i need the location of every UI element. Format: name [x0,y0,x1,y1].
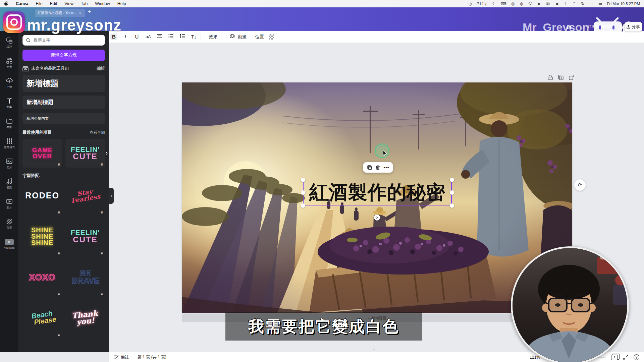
line-spacing-button[interactable] [179,34,186,40]
style-shine[interactable]: SHINE SHINE SHINE ♛ [22,223,62,250]
style-thumb-feelin-cute[interactable]: FEELIN'CUTE ♛ [65,139,105,168]
battery-icon[interactable]: ▭ [598,1,602,6]
resize-handle-nw[interactable] [301,178,305,182]
transparency-button[interactable] [269,34,274,40]
circle-app-icon[interactable]: ◍ [520,1,524,6]
insights-icon[interactable] [567,25,571,29]
menu-edit[interactable]: Edit [50,1,57,6]
duplicate-icon[interactable] [367,165,372,170]
apple-menu-icon[interactable] [4,1,8,7]
menu-window[interactable]: Window [95,1,110,6]
bold-button[interactable]: B [110,34,117,40]
resize-handle-sw[interactable] [301,203,305,208]
add-subheading-card[interactable]: 新增副標題 [22,96,105,109]
sidebar-item-apps[interactable]: 應用程式 [0,134,18,153]
sidebar-item-projects[interactable]: 專案 [0,114,18,133]
sidebar-item-videos[interactable]: 影片 [0,194,18,213]
animate-button[interactable]: 動畫 [238,34,247,40]
tab-close-icon[interactable]: × [79,11,81,15]
menu-tab[interactable]: Tab [81,1,88,6]
list-button[interactable] [168,34,174,40]
wifi-icon[interactable]: ⌃ [572,1,576,6]
position-button[interactable]: 位置 [255,34,264,40]
vertical-text-button[interactable]: T↓ [191,34,197,40]
photos-icon [6,158,13,165]
style-feelin-cute-2[interactable]: FEELIN'CUTE ♛ [65,223,105,250]
c-app-icon[interactable]: Ⓒ [529,1,533,6]
sidebar-item-audio[interactable]: 音訊 [0,174,18,193]
delete-icon[interactable] [375,165,380,170]
add-heading-card[interactable]: 新增標題 [22,75,105,92]
menubar-clock[interactable]: Fri Mar 10 5:27 PM [607,2,640,6]
style-thumb-game-over[interactable]: GAME OVER ♛ [22,139,62,168]
sidebar-item-youtube[interactable]: YouTube [0,235,18,253]
style-be-brave[interactable]: BE BRAVE ♛ [65,264,105,291]
add-page-icon[interactable] [569,74,575,80]
italic-button[interactable]: I [122,34,129,40]
style-stay-fearless[interactable]: Stay Fearless ♛ [65,182,105,209]
resize-handle-w[interactable] [301,190,305,195]
search-input[interactable] [33,38,102,43]
sidebar-item-photos[interactable]: 照片 [0,154,18,173]
bluetooth-icon[interactable]: ᛒ [564,2,568,6]
play-icon[interactable]: ▶ [537,1,541,6]
rotate-page-button[interactable]: ⟳ [574,179,586,191]
style-beach-please[interactable]: BeachPlease ♛ [22,305,62,331]
sidebar-item-elements[interactable]: 元素 [0,54,18,72]
sidebar-item-design[interactable]: 設計 [0,34,18,52]
spotlight-icon[interactable]: ◌ [590,2,594,6]
search-box[interactable] [22,35,105,46]
sidebar-item-background[interactable]: 背景 [0,215,18,233]
volume-icon[interactable]: ◀ [555,1,559,6]
help-button[interactable]: ? [634,354,639,360]
style-sparkle[interactable]: Sparkle [22,346,62,352]
see-all-link[interactable]: 查看全部 [90,130,105,135]
word-count-status[interactable]: 714字 [477,1,487,6]
style-thank-you[interactable]: Thank you! [65,305,105,331]
underline-button[interactable]: U [133,34,140,40]
duplicate-page-icon[interactable] [558,74,564,80]
canvas-text[interactable]: 紅酒製作的秘密 [304,180,451,205]
resize-handle-ne[interactable] [450,178,454,182]
add-bodytext-card[interactable]: 新增少量內文 [22,113,105,124]
pro-crown-icon: ♛ [57,292,60,296]
menu-view[interactable]: View [64,1,73,6]
selected-text-element[interactable]: 紅酒製作的秘密 [303,180,452,205]
page-indicator[interactable]: 第 1 頁 (共 1 頁) [138,354,166,360]
brand-kit-edit-link[interactable]: 編輯 [97,66,105,71]
brand-kit-row[interactable]: 未命名的品牌工具組 編輯 [22,66,105,71]
text-icon [6,98,13,104]
instagram-logo [3,11,25,33]
panel-collapse-button[interactable]: ‹ [109,188,114,204]
grid-view-button[interactable]: 1 [611,355,618,360]
more-options-icon[interactable]: ••• [384,165,389,170]
carousel-next-button[interactable]: › [106,149,108,157]
resize-handle-se[interactable] [450,203,454,208]
moon-icon[interactable]: ☾ [492,1,496,6]
sidebar-item-text[interactable]: 文字 [0,94,18,113]
shottr-icon[interactable]: Ⓢ [546,1,550,6]
sidebar-item-uploads[interactable]: 上傳 [0,74,18,93]
sync-icon[interactable]: ↻ [581,1,585,6]
apps-grid-icon [6,138,13,144]
rotate-handle[interactable]: ⟳ [374,215,380,221]
menu-help[interactable]: Help [117,1,126,6]
style-xoxo[interactable]: XOXO ♛ [22,264,62,291]
add-text-button[interactable]: 新增文字方塊 [22,50,105,61]
effects-button[interactable]: 效果 [209,34,218,40]
alignment-button[interactable] [156,34,163,40]
lock-icon[interactable] [547,74,553,80]
fullscreen-icon[interactable] [623,355,628,360]
letter-case-button[interactable]: aA [145,34,152,39]
menu-file[interactable]: File [36,1,43,6]
style-rodeo[interactable]: RODEO ♛ [22,182,62,209]
creative-cloud-icon[interactable]: ◎ [511,1,515,6]
timer-icon[interactable]: ◷ [468,1,472,6]
keyboard-icon[interactable]: ⌨ [501,1,506,6]
resize-handle-e[interactable] [450,190,454,195]
notes-button[interactable]: 備註 [114,354,129,360]
style-coffee[interactable]: COFFEE [65,346,105,352]
menubar-app-name[interactable]: Canva [16,1,29,6]
share-button[interactable]: 分享 [625,22,642,32]
new-tab-button[interactable]: + [88,9,91,15]
